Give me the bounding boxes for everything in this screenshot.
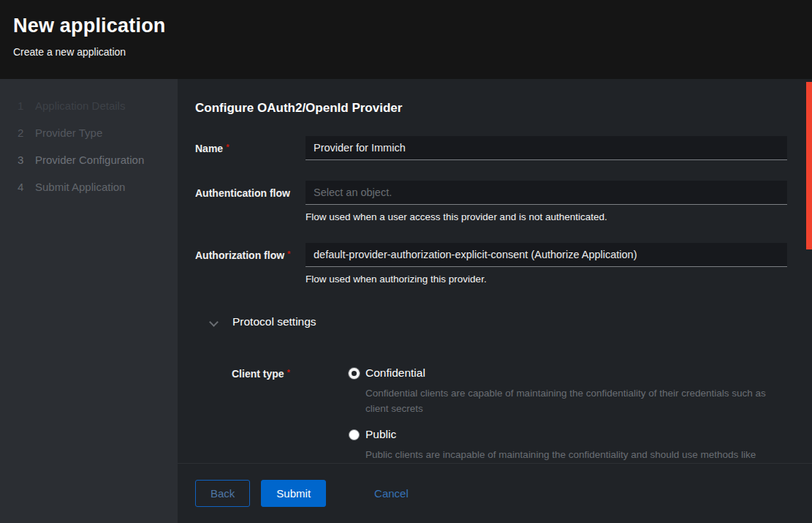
authentication-flow-help: Flow used when a user access this provid… <box>306 211 787 222</box>
authentication-flow-input[interactable] <box>306 181 787 205</box>
required-marker: * <box>287 249 290 258</box>
wizard-body: 1 Application Details 2 Provider Type 3 … <box>0 79 812 523</box>
protocol-settings-toggle[interactable]: Protocol settings <box>210 315 316 328</box>
wizard-footer: Back Submit Cancel <box>178 463 812 523</box>
step-number: 1 <box>18 99 26 112</box>
authentication-flow-label: Authentication flow <box>195 181 306 199</box>
scrollbar-track[interactable] <box>806 79 812 523</box>
radio-public-label: Public <box>365 428 396 441</box>
submit-button[interactable]: Submit <box>261 480 326 507</box>
step-number: 4 <box>18 181 26 193</box>
required-marker: * <box>226 143 229 151</box>
authorization-flow-label: Authorization flow* <box>195 243 306 261</box>
form-row-authorization-flow: Authorization flow* Flow used when autho… <box>195 243 787 285</box>
page-subtitle: Create a new application <box>13 46 799 58</box>
step-label: Provider Configuration <box>35 154 144 166</box>
wizard-step-provider-type[interactable]: 2 Provider Type <box>0 119 178 146</box>
client-type-label: Client type* <box>232 366 349 380</box>
protocol-settings-label: Protocol settings <box>232 315 316 328</box>
name-label: Name* <box>195 136 306 154</box>
wizard-step-submit-application[interactable]: 4 Submit Application <box>0 173 178 200</box>
wizard-step-provider-configuration[interactable]: 3 Provider Configuration <box>0 146 178 173</box>
step-label: Submit Application <box>35 181 125 193</box>
wizard-header: New application Create a new application <box>0 0 812 79</box>
wizard-content: Configure OAuth2/OpenId Provider Name* A… <box>178 79 812 463</box>
step-label: Application Details <box>35 99 125 112</box>
page-title: New application <box>13 15 799 37</box>
radio-confidential-label: Confidential <box>365 366 425 380</box>
radio-confidential-icon[interactable] <box>349 368 360 379</box>
authorization-flow-help: Flow used when authorizing this provider… <box>306 274 787 285</box>
step-number: 2 <box>18 127 26 139</box>
name-input[interactable] <box>306 136 787 160</box>
required-marker: * <box>287 368 290 377</box>
authorization-flow-input[interactable] <box>306 243 787 267</box>
back-button[interactable]: Back <box>195 480 250 507</box>
step-number: 3 <box>18 154 26 166</box>
wizard-main: Configure OAuth2/OpenId Provider Name* A… <box>178 79 812 523</box>
scrollbar-thumb[interactable] <box>806 82 812 249</box>
radio-confidential-help: Confidential clients are capable of main… <box>349 385 787 416</box>
content-heading: Configure OAuth2/OpenId Provider <box>195 101 787 116</box>
form-row-authentication-flow: Authentication flow Flow used when a use… <box>195 181 787 222</box>
radio-public-help: Public clients are incapable of maintain… <box>349 447 787 463</box>
cancel-link[interactable]: Cancel <box>374 487 409 500</box>
step-label: Provider Type <box>35 127 102 139</box>
chevron-down-icon <box>210 318 218 326</box>
radio-public-icon[interactable] <box>349 429 360 440</box>
wizard-step-application-details[interactable]: 1 Application Details <box>0 92 178 119</box>
form-row-name: Name* <box>195 136 787 160</box>
wizard-nav: 1 Application Details 2 Provider Type 3 … <box>0 79 178 523</box>
radio-option-public[interactable]: Public <box>349 428 787 441</box>
form-row-client-type: Client type* Confidential Confidential c… <box>232 366 787 463</box>
radio-option-confidential[interactable]: Confidential <box>349 366 787 380</box>
